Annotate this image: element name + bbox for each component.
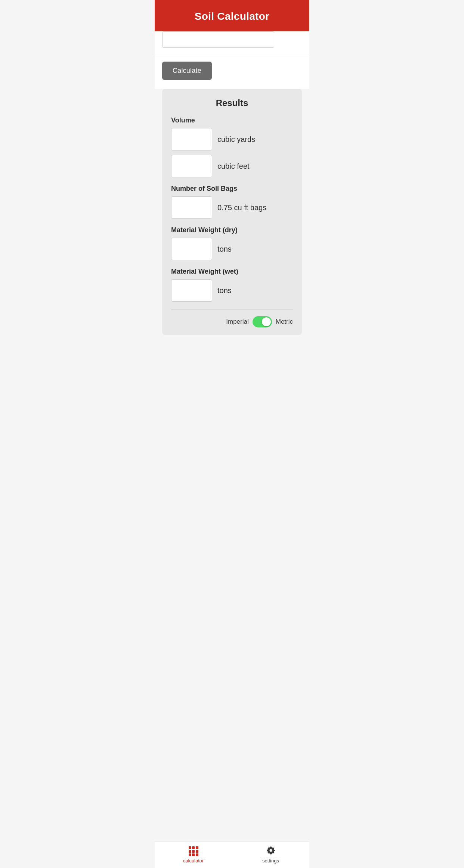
weight-dry-row: tons <box>171 238 293 260</box>
soil-bags-label: Number of Soil Bags <box>171 185 293 193</box>
calculate-button[interactable]: Calculate <box>162 62 212 80</box>
top-input-field[interactable] <box>162 31 274 48</box>
imperial-label: Imperial <box>226 318 248 326</box>
calculate-area: Calculate <box>155 54 309 89</box>
app-title: Soil Calculator <box>162 10 302 22</box>
metric-label: Metric <box>276 318 293 326</box>
unit-toggle-row: Imperial Metric <box>171 315 293 327</box>
weight-wet-row: tons <box>171 279 293 302</box>
cubic-yards-value-box <box>171 128 212 150</box>
cubic-feet-unit: cubic feet <box>217 162 250 171</box>
results-title: Results <box>171 98 293 108</box>
weight-wet-label: Material Weight (wet) <box>171 268 293 276</box>
toggle-divider <box>171 309 293 309</box>
volume-section: Volume cubic yards cubic feet <box>171 116 293 177</box>
soil-bags-unit: 0.75 cu ft bags <box>217 203 266 212</box>
weight-dry-unit: tons <box>217 245 232 253</box>
toggle-thumb <box>262 317 271 326</box>
app-header: Soil Calculator <box>155 0 309 31</box>
unit-toggle-switch[interactable] <box>253 316 272 327</box>
weight-dry-section: Material Weight (dry) tons <box>171 226 293 260</box>
cubic-yards-row: cubic yards <box>171 128 293 150</box>
soil-bags-row: 0.75 cu ft bags <box>171 196 293 219</box>
cubic-yards-unit: cubic yards <box>217 135 255 144</box>
cubic-feet-row: cubic feet <box>171 155 293 177</box>
weight-wet-section: Material Weight (wet) tons <box>171 268 293 302</box>
volume-label: Volume <box>171 116 293 124</box>
soil-bags-value-box <box>171 196 212 219</box>
weight-wet-value-box <box>171 279 212 302</box>
weight-dry-value-box <box>171 238 212 260</box>
soil-bags-section: Number of Soil Bags 0.75 cu ft bags <box>171 185 293 219</box>
top-input-area <box>155 31 309 54</box>
cubic-feet-value-box <box>171 155 212 177</box>
weight-dry-label: Material Weight (dry) <box>171 226 293 234</box>
weight-wet-unit: tons <box>217 286 232 295</box>
results-container: Results Volume cubic yards cubic feet Nu… <box>162 89 302 335</box>
toggle-track <box>253 316 272 327</box>
